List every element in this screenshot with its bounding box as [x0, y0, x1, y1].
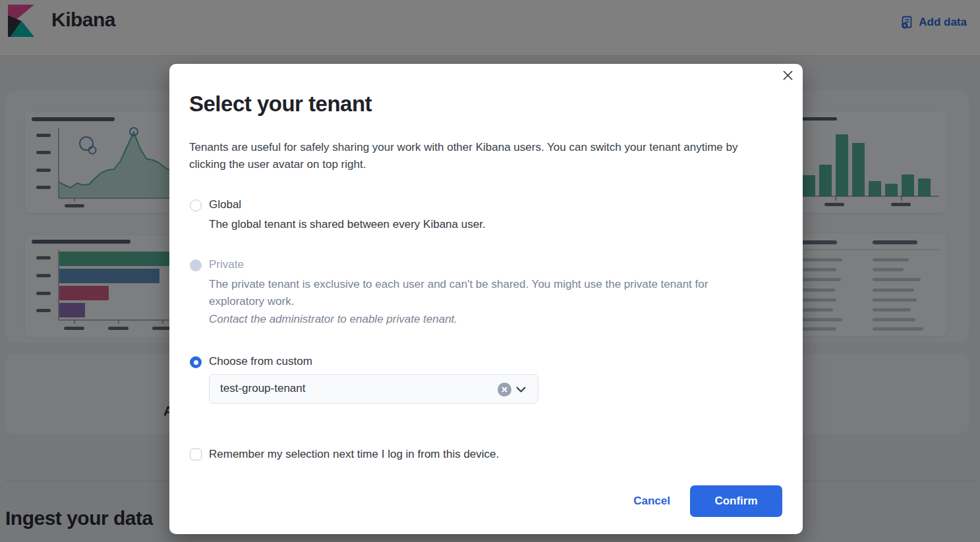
modal-description: Tenants are useful for safely sharing yo…	[189, 139, 789, 173]
radio-global[interactable]	[190, 200, 202, 211]
tenant-combobox-value: test-group-tenant	[220, 382, 305, 395]
close-icon[interactable]	[779, 68, 796, 85]
global-description: The global tenant is shared between ever…	[209, 216, 486, 233]
private-admin-note: Contact the administrator to enable priv…	[209, 313, 457, 326]
private-description-line2: exploratory work.	[209, 295, 294, 308]
radio-private-label: Private	[209, 258, 244, 271]
modal-title: Select your tenant	[189, 90, 372, 118]
chevron-down-icon[interactable]	[515, 384, 527, 398]
private-description-line1: The private tenant is exclusive to each …	[209, 278, 708, 290]
select-tenant-modal: Select your tenant Tenants are useful fo…	[169, 64, 803, 534]
confirm-button[interactable]: Confirm	[690, 485, 782, 517]
clear-selection-icon[interactable]	[498, 383, 511, 396]
remember-selection-checkbox[interactable]	[190, 448, 202, 460]
radio-global-label[interactable]: Global	[209, 198, 241, 211]
radio-choose-from-custom-label[interactable]: Choose from custom	[209, 355, 312, 368]
cancel-button[interactable]: Cancel	[633, 495, 670, 508]
modal-description-line2: clicking the user avatar on top right.	[189, 158, 366, 171]
private-description: The private tenant is exclusive to each …	[209, 276, 708, 310]
remember-selection-label[interactable]: Remember my selection next time I log in…	[209, 448, 499, 461]
modal-footer: Cancel Confirm	[633, 485, 782, 517]
radio-choose-from-custom[interactable]	[190, 356, 202, 368]
tenant-combobox[interactable]: test-group-tenant	[209, 374, 538, 404]
modal-description-line1: Tenants are useful for safely sharing yo…	[189, 141, 738, 153]
radio-private	[190, 259, 202, 271]
